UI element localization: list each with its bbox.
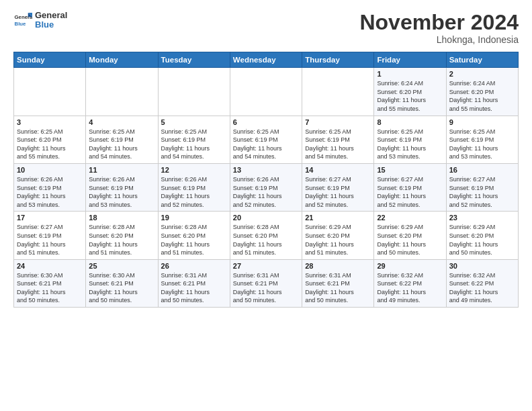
day-number: 5 xyxy=(161,118,227,126)
weekday-header-thursday: Thursday xyxy=(302,52,374,68)
weekday-header-monday: Monday xyxy=(86,52,158,68)
calendar-cell: 12Sunrise: 6:26 AM Sunset: 6:19 PM Dayli… xyxy=(158,163,230,211)
calendar-cell: 4Sunrise: 6:25 AM Sunset: 6:19 PM Daylig… xyxy=(86,116,158,163)
day-info: Sunrise: 6:25 AM Sunset: 6:19 PM Dayligh… xyxy=(305,128,371,161)
calendar-cell: 9Sunrise: 6:25 AM Sunset: 6:19 PM Daylig… xyxy=(446,116,518,163)
weekday-header-sunday: Sunday xyxy=(14,52,86,68)
calendar-cell: 16Sunrise: 6:27 AM Sunset: 6:19 PM Dayli… xyxy=(446,163,518,211)
logo-icon: General Blue xyxy=(13,11,32,30)
calendar-cell: 21Sunrise: 6:29 AM Sunset: 6:20 PM Dayli… xyxy=(302,212,374,259)
day-number: 20 xyxy=(233,214,299,222)
header: General Blue General Blue November 2024 … xyxy=(13,11,519,45)
day-info: Sunrise: 6:26 AM Sunset: 6:19 PM Dayligh… xyxy=(89,175,154,209)
weekday-header-friday: Friday xyxy=(374,52,446,68)
weekday-header-saturday: Saturday xyxy=(446,52,518,68)
day-number: 24 xyxy=(17,262,83,270)
day-info: Sunrise: 6:25 AM Sunset: 6:19 PM Dayligh… xyxy=(377,128,443,161)
calendar-cell: 3Sunrise: 6:25 AM Sunset: 6:20 PM Daylig… xyxy=(14,116,86,163)
calendar-cell: 26Sunrise: 6:31 AM Sunset: 6:21 PM Dayli… xyxy=(158,259,230,307)
calendar-week-row: 24Sunrise: 6:30 AM Sunset: 6:21 PM Dayli… xyxy=(14,259,519,307)
logo-text-general: General xyxy=(35,11,67,20)
calendar-cell: 14Sunrise: 6:27 AM Sunset: 6:19 PM Dayli… xyxy=(302,163,374,211)
day-info: Sunrise: 6:26 AM Sunset: 6:19 PM Dayligh… xyxy=(161,175,227,209)
calendar-week-row: 3Sunrise: 6:25 AM Sunset: 6:20 PM Daylig… xyxy=(14,116,519,163)
calendar-cell: 18Sunrise: 6:28 AM Sunset: 6:20 PM Dayli… xyxy=(86,212,158,259)
day-number: 3 xyxy=(17,118,83,126)
page: General Blue General Blue November 2024 … xyxy=(0,0,532,411)
calendar-week-row: 10Sunrise: 6:26 AM Sunset: 6:19 PM Dayli… xyxy=(14,163,519,211)
day-number: 25 xyxy=(89,262,154,270)
calendar-cell: 25Sunrise: 6:30 AM Sunset: 6:21 PM Dayli… xyxy=(86,259,158,307)
day-info: Sunrise: 6:31 AM Sunset: 6:21 PM Dayligh… xyxy=(305,271,371,305)
day-info: Sunrise: 6:24 AM Sunset: 6:20 PM Dayligh… xyxy=(449,79,515,113)
day-number: 27 xyxy=(233,262,299,270)
calendar-week-row: 17Sunrise: 6:27 AM Sunset: 6:19 PM Dayli… xyxy=(14,212,519,259)
day-info: Sunrise: 6:27 AM Sunset: 6:19 PM Dayligh… xyxy=(17,223,83,257)
day-info: Sunrise: 6:25 AM Sunset: 6:19 PM Dayligh… xyxy=(233,128,299,161)
calendar-cell: 30Sunrise: 6:32 AM Sunset: 6:22 PM Dayli… xyxy=(446,259,518,307)
calendar-cell: 2Sunrise: 6:24 AM Sunset: 6:20 PM Daylig… xyxy=(446,68,518,116)
calendar-cell: 29Sunrise: 6:32 AM Sunset: 6:22 PM Dayli… xyxy=(374,259,446,307)
day-number: 6 xyxy=(233,118,299,126)
calendar-cell: 20Sunrise: 6:28 AM Sunset: 6:20 PM Dayli… xyxy=(230,212,302,259)
calendar-cell: 8Sunrise: 6:25 AM Sunset: 6:19 PM Daylig… xyxy=(374,116,446,163)
svg-text:Blue: Blue xyxy=(15,21,27,27)
calendar-cell: 22Sunrise: 6:29 AM Sunset: 6:20 PM Dayli… xyxy=(374,212,446,259)
day-info: Sunrise: 6:26 AM Sunset: 6:19 PM Dayligh… xyxy=(233,175,299,209)
day-info: Sunrise: 6:25 AM Sunset: 6:20 PM Dayligh… xyxy=(17,128,83,161)
calendar-cell xyxy=(86,68,158,116)
calendar-cell: 27Sunrise: 6:31 AM Sunset: 6:21 PM Dayli… xyxy=(230,259,302,307)
day-number: 4 xyxy=(89,118,154,126)
day-info: Sunrise: 6:32 AM Sunset: 6:22 PM Dayligh… xyxy=(377,271,443,305)
calendar-header-row: SundayMondayTuesdayWednesdayThursdayFrid… xyxy=(14,52,519,68)
weekday-header-wednesday: Wednesday xyxy=(230,52,302,68)
day-info: Sunrise: 6:32 AM Sunset: 6:22 PM Dayligh… xyxy=(449,271,515,305)
calendar-cell: 28Sunrise: 6:31 AM Sunset: 6:21 PM Dayli… xyxy=(302,259,374,307)
day-number: 15 xyxy=(377,166,443,174)
day-number: 11 xyxy=(89,166,154,174)
day-number: 28 xyxy=(305,262,371,270)
day-info: Sunrise: 6:30 AM Sunset: 6:21 PM Dayligh… xyxy=(89,271,154,305)
calendar-cell: 17Sunrise: 6:27 AM Sunset: 6:19 PM Dayli… xyxy=(14,212,86,259)
day-info: Sunrise: 6:28 AM Sunset: 6:20 PM Dayligh… xyxy=(89,223,154,257)
day-info: Sunrise: 6:27 AM Sunset: 6:19 PM Dayligh… xyxy=(449,175,515,209)
day-number: 17 xyxy=(17,214,83,222)
calendar-cell: 1Sunrise: 6:24 AM Sunset: 6:20 PM Daylig… xyxy=(374,68,446,116)
calendar-cell: 7Sunrise: 6:25 AM Sunset: 6:19 PM Daylig… xyxy=(302,116,374,163)
location: Lhoknga, Indonesia xyxy=(359,34,519,45)
calendar-cell: 6Sunrise: 6:25 AM Sunset: 6:19 PM Daylig… xyxy=(230,116,302,163)
calendar-table: SundayMondayTuesdayWednesdayThursdayFrid… xyxy=(13,52,519,308)
weekday-header-tuesday: Tuesday xyxy=(158,52,230,68)
day-number: 12 xyxy=(161,166,227,174)
day-info: Sunrise: 6:28 AM Sunset: 6:20 PM Dayligh… xyxy=(233,223,299,257)
calendar-cell xyxy=(230,68,302,116)
logo-text-blue: Blue xyxy=(35,20,67,30)
calendar-cell xyxy=(158,68,230,116)
logo: General Blue General Blue xyxy=(13,11,67,30)
day-number: 8 xyxy=(377,118,443,126)
day-info: Sunrise: 6:29 AM Sunset: 6:20 PM Dayligh… xyxy=(449,223,515,257)
calendar-cell xyxy=(302,68,374,116)
day-number: 19 xyxy=(161,214,227,222)
calendar-cell: 15Sunrise: 6:27 AM Sunset: 6:19 PM Dayli… xyxy=(374,163,446,211)
day-number: 10 xyxy=(17,166,83,174)
day-info: Sunrise: 6:24 AM Sunset: 6:20 PM Dayligh… xyxy=(377,79,443,113)
day-info: Sunrise: 6:28 AM Sunset: 6:20 PM Dayligh… xyxy=(161,223,227,257)
day-info: Sunrise: 6:25 AM Sunset: 6:19 PM Dayligh… xyxy=(449,128,515,161)
calendar-cell: 13Sunrise: 6:26 AM Sunset: 6:19 PM Dayli… xyxy=(230,163,302,211)
calendar-cell: 23Sunrise: 6:29 AM Sunset: 6:20 PM Dayli… xyxy=(446,212,518,259)
title-block: November 2024 Lhoknga, Indonesia xyxy=(359,11,519,45)
day-info: Sunrise: 6:27 AM Sunset: 6:19 PM Dayligh… xyxy=(305,175,371,209)
day-number: 30 xyxy=(449,262,515,270)
day-number: 7 xyxy=(305,118,371,126)
day-number: 9 xyxy=(449,118,515,126)
day-number: 23 xyxy=(449,214,515,222)
day-number: 26 xyxy=(161,262,227,270)
day-number: 21 xyxy=(305,214,371,222)
day-number: 29 xyxy=(377,262,443,270)
day-info: Sunrise: 6:31 AM Sunset: 6:21 PM Dayligh… xyxy=(233,271,299,305)
day-info: Sunrise: 6:26 AM Sunset: 6:19 PM Dayligh… xyxy=(17,175,83,209)
day-info: Sunrise: 6:30 AM Sunset: 6:21 PM Dayligh… xyxy=(17,271,83,305)
calendar-cell: 10Sunrise: 6:26 AM Sunset: 6:19 PM Dayli… xyxy=(14,163,86,211)
day-number: 1 xyxy=(377,70,443,78)
